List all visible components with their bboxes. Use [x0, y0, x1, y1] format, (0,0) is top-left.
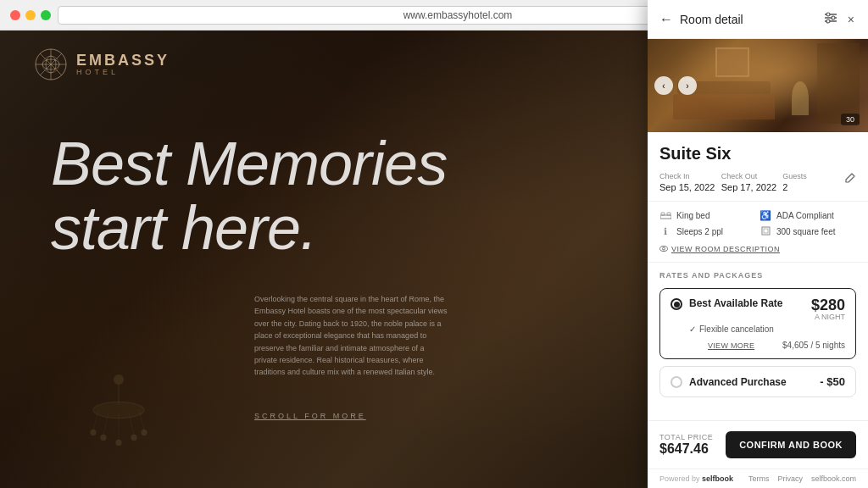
rate-card-left: Best Available Rate [670, 297, 783, 310]
rate-cancel: ✓ Flexible cancelation [670, 324, 845, 334]
room-info-section: Suite Six Check In Sep 15, 2022 Check Ou… [648, 132, 868, 202]
rate-view-more-link[interactable]: VIEW MORE [689, 341, 754, 350]
rate-radio-selected [670, 298, 682, 310]
svg-point-34 [660, 247, 668, 252]
ada-icon: ♿ [760, 210, 771, 221]
panel-title: Room detail [680, 13, 743, 26]
bookcase-decoration [817, 43, 860, 124]
footer-links: Terms Privacy selfbook.com [748, 474, 856, 483]
view-room-description-link[interactable]: VIEW ROOM DESCRIPTION [659, 244, 856, 253]
rate-radio-unselected [670, 376, 682, 388]
advanced-purchase-left: Advanced Purchase [670, 375, 787, 388]
panel-footer: TOTAL PRICE $647.46 CONFIRM AND BOOK [648, 420, 868, 469]
svg-point-16 [90, 430, 96, 435]
svg-point-19 [131, 435, 136, 441]
sqft-icon [760, 226, 771, 237]
rate-price-block: $280 A NIGHT [811, 297, 845, 321]
svg-rect-27 [660, 215, 671, 219]
hotel-logo-text: EMBASSY HOTEL [76, 53, 170, 76]
chandelier-decoration [68, 369, 170, 471]
svg-point-35 [663, 247, 665, 250]
edit-booking-button[interactable] [844, 172, 856, 186]
checkout-label: Check Out [721, 172, 783, 180]
image-counter: 30 [841, 114, 860, 125]
room-features-section: King bed ♿ ADA Compliant ℹ Sleeps 2 ppl … [648, 202, 868, 263]
svg-point-17 [100, 435, 106, 441]
checkin-detail: Check In Sep 15, 2022 [659, 172, 721, 192]
svg-rect-33 [764, 229, 768, 233]
powered-by-text: Powered by selfbook [659, 474, 733, 483]
sleeps-icon: ℹ [659, 226, 671, 237]
feature-ada: ♿ ADA Compliant [760, 210, 856, 221]
rate-name: Best Available Rate [689, 297, 783, 309]
booking-details: Check In Sep 15, 2022 Check Out Sep 17, … [659, 172, 856, 192]
terms-link[interactable]: Terms [748, 474, 770, 483]
lamp-decoration [792, 81, 809, 115]
advanced-purchase-discount: - $50 [820, 375, 845, 388]
feature-sqft-label: 300 square feet [776, 227, 836, 236]
feature-sleeps-label: Sleeps 2 ppl [676, 227, 723, 236]
selfbook-link[interactable]: selfbook.com [811, 474, 856, 483]
panel-back-button[interactable]: ← [659, 13, 673, 26]
svg-point-24 [826, 13, 830, 16]
hotel-logo: EMBASSY HOTEL [34, 47, 170, 81]
panel-body: Suite Six Check In Sep 15, 2022 Check Ou… [648, 132, 868, 420]
checkout-detail: Check Out Sep 17, 2022 [721, 172, 783, 192]
advanced-purchase-card[interactable]: Advanced Purchase - $50 [659, 366, 856, 397]
panel-header-right: × [822, 10, 856, 28]
traffic-lights [10, 10, 51, 20]
panel-header-left: ← Room detail [659, 13, 743, 26]
rate-cancel-label: Flexible cancelation [699, 324, 774, 334]
view-desc-label: VIEW ROOM DESCRIPTION [671, 245, 780, 253]
eye-icon [659, 244, 668, 253]
total-price-block: TOTAL PRICE $647.46 [659, 433, 713, 457]
rates-title: RATES AND PACKAGES [659, 271, 856, 280]
feature-ada-label: ADA Compliant [776, 211, 834, 220]
image-next-button[interactable]: › [678, 76, 697, 95]
best-available-rate-card[interactable]: Best Available Rate $280 A NIGHT ✓ Flexi… [659, 288, 856, 359]
checkin-value: Sep 15, 2022 [659, 182, 721, 192]
checkout-value: Sep 17, 2022 [721, 182, 783, 192]
panel-header: ← Room detail × [648, 0, 868, 39]
guests-label: Guests [782, 172, 844, 180]
svg-point-20 [141, 430, 147, 435]
guests-value: 2 [782, 182, 844, 192]
feature-king-bed-label: King bed [676, 211, 709, 220]
powered-by-bar: Powered by selfbook Terms Privacy selfbo… [648, 469, 868, 488]
rate-card-header: Best Available Rate $280 A NIGHT [670, 297, 845, 321]
minimize-traffic-light[interactable] [25, 10, 36, 20]
feature-king-bed: King bed [659, 210, 756, 221]
panel-filter-button[interactable] [822, 10, 839, 28]
svg-point-8 [114, 374, 124, 385]
total-price-label: TOTAL PRICE [659, 433, 713, 441]
close-traffic-light[interactable] [10, 10, 20, 20]
room-image-container: ‹ › 30 [648, 39, 868, 132]
fullscreen-traffic-light[interactable] [41, 10, 51, 20]
rate-total: $4,605 / 5 nights [782, 341, 845, 350]
room-name: Suite Six [659, 144, 856, 164]
sofa-decoration [673, 94, 775, 119]
svg-point-18 [115, 440, 121, 446]
powered-label: Powered by [659, 474, 700, 483]
feature-sleeps: ℹ Sleeps 2 ppl [659, 226, 756, 237]
url-text: www.embassyhotel.com [403, 9, 513, 21]
panel-close-button[interactable]: × [846, 11, 856, 28]
hotel-logo-icon [34, 47, 68, 81]
scroll-link[interactable]: SCROLL FOR MORE [254, 412, 366, 420]
rates-section: RATES AND PACKAGES Best Available Rate $… [648, 263, 868, 413]
filter-icon [824, 12, 837, 24]
hero-section: Best Memories start here. [51, 132, 475, 260]
rate-price: $280 [811, 297, 845, 313]
guests-detail: Guests 2 [782, 172, 844, 192]
checkin-label: Check In [659, 172, 721, 180]
hero-title: Best Memories start here. [51, 132, 475, 260]
features-grid: King bed ♿ ADA Compliant ℹ Sleeps 2 ppl … [659, 210, 856, 237]
image-prev-button[interactable]: ‹ [654, 76, 673, 95]
total-price-value: $647.46 [659, 441, 713, 457]
powered-brand: selfbook [702, 474, 733, 483]
feature-sqft: 300 square feet [760, 226, 856, 237]
privacy-link[interactable]: Privacy [777, 474, 803, 483]
confirm-and-book-button[interactable]: CONFIRM AND BOOK [726, 431, 856, 458]
bed-icon [659, 211, 671, 221]
edit-icon [844, 172, 856, 184]
